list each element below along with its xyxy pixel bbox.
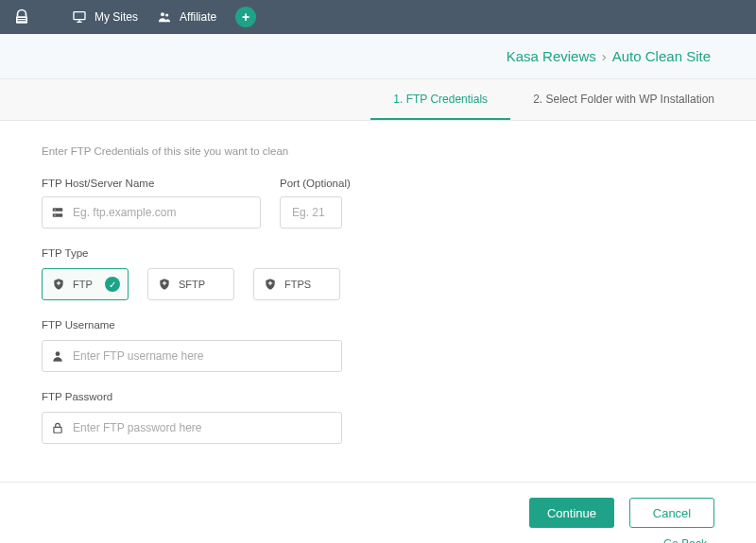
monitor-icon — [72, 9, 87, 25]
username-input[interactable] — [73, 341, 341, 371]
svg-point-6 — [161, 12, 164, 16]
breadcrumb-separator: › — [602, 48, 607, 64]
form-area: Enter FTP Credentials of this site you w… — [0, 121, 756, 463]
svg-rect-0 — [16, 16, 27, 24]
step-tab-select-folder[interactable]: 2. Select Folder with WP Installation — [510, 79, 737, 120]
shield-plus-icon — [264, 278, 277, 291]
password-input-wrap — [42, 412, 342, 444]
type-option-sftp[interactable]: SFTP — [147, 268, 234, 300]
host-input-wrap — [42, 196, 261, 229]
breadcrumb-site[interactable]: Kasa Reviews — [507, 48, 596, 64]
svg-rect-13 — [54, 427, 61, 433]
nav-my-sites-label: My Sites — [94, 10, 138, 24]
svg-point-12 — [56, 351, 60, 356]
port-input-wrap — [280, 196, 342, 229]
breadcrumb-page: Auto Clean Site — [612, 48, 711, 64]
svg-point-7 — [165, 13, 168, 16]
continue-button[interactable]: Continue — [529, 498, 614, 528]
steps-bar: 1. FTP Credentials 2. Select Folder with… — [0, 79, 756, 121]
svg-rect-8 — [53, 208, 63, 212]
server-icon — [43, 206, 73, 219]
port-input[interactable] — [281, 197, 443, 228]
cancel-button-label: Cancel — [653, 506, 691, 520]
check-icon: ✓ — [105, 277, 120, 292]
footer: Continue Cancel Go Back — [0, 482, 756, 543]
field-port: Port (Optional) — [280, 178, 351, 229]
svg-point-11 — [55, 214, 56, 215]
shield-plus-icon — [158, 278, 171, 291]
field-password: FTP Password — [42, 391, 714, 444]
person-icon — [43, 349, 73, 363]
username-input-wrap — [42, 340, 342, 372]
svg-rect-9 — [53, 213, 63, 217]
step-tab-credentials[interactable]: 1. FTP Credentials — [370, 79, 510, 120]
field-username: FTP Username — [42, 319, 714, 372]
form-intro-text: Enter FTP Credentials of this site you w… — [42, 145, 714, 157]
people-icon — [157, 9, 172, 25]
plus-icon: + — [242, 9, 249, 25]
type-option-label: SFTP — [179, 279, 205, 290]
type-label: FTP Type — [42, 247, 714, 259]
password-label: FTP Password — [42, 391, 714, 402]
host-label: FTP Host/Server Name — [42, 178, 261, 189]
host-input[interactable] — [73, 197, 260, 228]
nav-affiliate-label: Affiliate — [180, 10, 216, 24]
svg-point-10 — [55, 210, 56, 211]
top-nav: My Sites Affiliate + — [0, 0, 756, 34]
nav-affiliate[interactable]: Affiliate — [157, 9, 216, 25]
username-label: FTP Username — [42, 319, 714, 331]
password-input[interactable] — [73, 413, 341, 443]
type-option-label: FTPS — [284, 279, 311, 290]
svg-rect-3 — [74, 12, 85, 20]
type-option-ftp[interactable]: FTP ✓ — [42, 268, 129, 300]
step-tab-label: 2. Select Folder with WP Installation — [533, 93, 714, 106]
type-option-label: FTP — [73, 279, 93, 290]
logo-lock-icon — [13, 8, 30, 25]
add-button[interactable]: + — [235, 7, 256, 27]
breadcrumb: Kasa Reviews › Auto Clean Site — [0, 34, 756, 79]
continue-button-label: Continue — [547, 506, 596, 520]
nav-my-sites[interactable]: My Sites — [72, 9, 138, 25]
step-tab-label: 1. FTP Credentials — [393, 93, 488, 106]
go-back-link[interactable]: Go Back — [663, 537, 714, 543]
shield-plus-icon — [52, 278, 65, 291]
type-option-ftps[interactable]: FTPS — [253, 268, 340, 300]
field-host: FTP Host/Server Name — [42, 178, 261, 229]
field-type: FTP Type FTP ✓ SFTP FTPS — [42, 247, 714, 300]
port-label: Port (Optional) — [280, 178, 351, 189]
cancel-button[interactable]: Cancel — [629, 498, 714, 528]
lock-icon — [43, 421, 73, 434]
